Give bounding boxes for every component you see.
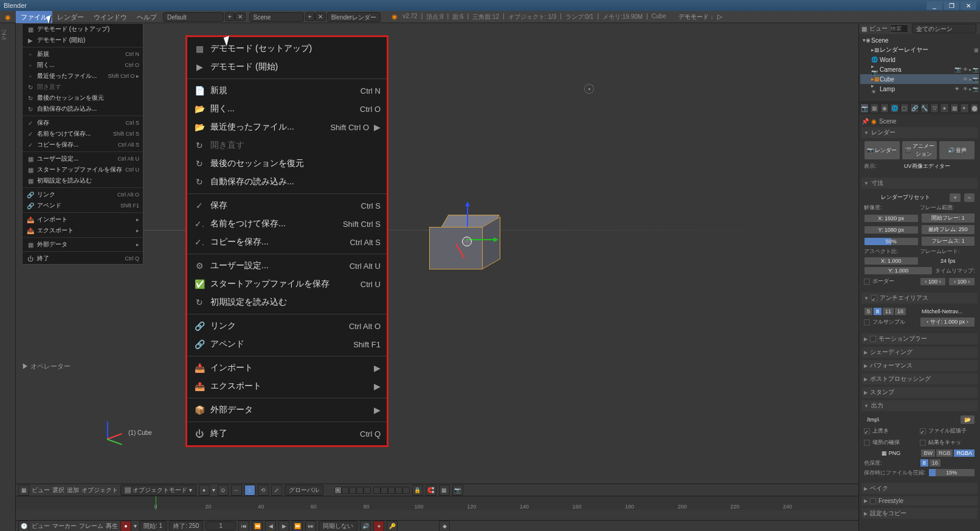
frame-start[interactable]: 開始フレー: 1 [921, 213, 976, 223]
tl-frame[interactable]: フレーム [79, 522, 103, 530]
editor-type-icon[interactable]: ▦ [18, 485, 29, 496]
manip-toggle-icon[interactable]: ↔ [231, 485, 242, 496]
keyframe-next-icon[interactable]: ⏩ [292, 521, 303, 532]
panel-antialias[interactable]: アンチエイリアス [861, 293, 978, 304]
shading-solid-icon[interactable]: ● [199, 485, 210, 496]
file-menu-item[interactable]: ▦スタートアップファイルを保存Ctrl U [22, 164, 143, 175]
file-format[interactable]: ▦ PNG [864, 449, 918, 457]
start-frame[interactable]: 開始: 1 [139, 521, 167, 532]
scene-del[interactable]: ✕ [315, 12, 326, 21]
aspect-y[interactable]: Y: 1.000 [864, 266, 933, 275]
file-menu-item[interactable]: ↻最後のセッションを復元 [22, 92, 143, 103]
overwrite-check[interactable] [864, 428, 870, 434]
remap-old[interactable]: ‹ 100 › [920, 277, 947, 286]
outliner-scene[interactable]: ▾◉Scene [860, 35, 979, 45]
timeline-header[interactable]: 🕐 ビュー マーカー フレーム 再生 ● ▾ 開始: 1 終了: 250 1 ⏮… [16, 520, 858, 531]
file-menu-item[interactable]: 🔗リンクCtrl Alt O [22, 189, 143, 200]
file-menu-item[interactable]: ✓名前をつけて保存...Shift Ctrl S [22, 128, 143, 139]
keyframe-prev-icon[interactable]: ⏪ [252, 521, 263, 532]
render-preview-icon[interactable]: 📷 [452, 485, 463, 496]
layout-selector[interactable]: Default [163, 12, 224, 22]
speaker-icon[interactable]: 🔊 [360, 521, 371, 532]
pin-icon[interactable]: 📌 [861, 118, 869, 125]
audio-button[interactable]: 🔊音声 [939, 141, 975, 160]
end-frame[interactable]: 終了: 250 [169, 521, 203, 532]
render-button[interactable]: 📷レンダー [864, 141, 900, 160]
fullsample-check[interactable] [864, 319, 870, 325]
orientation-selector[interactable]: グローバル [285, 485, 323, 496]
file-menu-item[interactable]: ▶デモモード (開始) [22, 35, 143, 46]
menu-window[interactable]: ウインドウ [89, 11, 132, 23]
color-mode[interactable]: BWRGBRGBA [920, 449, 975, 457]
aspect-x[interactable]: X: 1.000 [864, 257, 919, 265]
panel-motion-blur[interactable]: モーションブラー [861, 333, 978, 344]
tl-playback[interactable]: 再生 [106, 522, 118, 530]
tab-world[interactable]: 🌐 [890, 103, 899, 113]
panel-bake[interactable]: ベイク [861, 483, 978, 494]
jump-end-icon[interactable]: ⏭ [305, 521, 316, 532]
outliner[interactable]: ▦ ビュー 全てのシーン ▾◉Scene ▸▦レンダーレイヤー▦ 🌐World … [859, 23, 980, 102]
play-icon[interactable]: ▶ [278, 521, 289, 532]
marker-add-icon[interactable]: ◆ [439, 521, 450, 532]
keying-set-icon[interactable]: 🔑 [387, 521, 398, 532]
outliner-view[interactable]: ビュー [869, 24, 888, 33]
file-menu-item[interactable]: ↻開き直す [22, 82, 143, 92]
properties-editor[interactable]: 📷 ▦ ◉ 🌐 ▢ 🔗 🔧 ▽ ● ▦ ✦ ⬤ 📌◉Scene レンダー 📷レン… [859, 102, 980, 531]
tl-view[interactable]: ビュー [32, 522, 50, 530]
file-menu-item[interactable]: 📤エクスポート ▸ [22, 225, 143, 236]
file-menu-item[interactable]: ▦初期設定を読み込む [22, 175, 143, 186]
file-menu-item[interactable]: ▫最近使ったファイル...Shift Ctrl O ▸ [22, 71, 143, 82]
autokey2-icon[interactable]: ● [373, 521, 384, 532]
panel-output[interactable]: 出力 [861, 400, 978, 411]
file-menu-item[interactable]: ↻自動保存の読み込み... [22, 103, 143, 114]
blender-icon[interactable]: ◉ [0, 11, 16, 23]
output-path[interactable]: /tmp\ [864, 415, 958, 424]
tab-texture[interactable]: ▦ [950, 103, 959, 113]
file-menu-dropdown[interactable]: ▦デモモード (セットアップ)▶デモモード (開始)▫新規Ctrl N▫開く..… [22, 23, 143, 265]
res-y[interactable]: Y: 1080 px [864, 226, 919, 234]
frame-step[interactable]: フレームス: 1 [921, 236, 976, 246]
tab-object[interactable]: ▢ [900, 103, 909, 113]
render-preset[interactable]: レンダープリセット [864, 192, 947, 203]
tab-render[interactable]: 📷 [860, 103, 869, 113]
file-menu-item[interactable]: 📥インポート ▸ [22, 214, 143, 225]
file-menu-item[interactable]: ▦ユーザー設定...Ctrl Alt U [22, 153, 143, 164]
select-menu[interactable]: 選択 [52, 486, 64, 495]
file-menu-item[interactable]: 🔗アペンドShift F1 [22, 200, 143, 211]
layers[interactable]: • [334, 487, 410, 494]
minimize-button[interactable]: _ [927, 1, 942, 10]
res-x[interactable]: X: 1920 px [864, 214, 919, 223]
editor-type-icon[interactable]: 🕐 [18, 521, 29, 532]
menu-help[interactable]: ヘルプ [132, 11, 162, 23]
tab-physics[interactable]: ⬤ [970, 103, 979, 113]
menu-render[interactable]: レンダー [52, 11, 89, 23]
filter-size[interactable]: ‹ サイ: 1.000 px › [920, 317, 975, 327]
tab-data[interactable]: ▽ [930, 103, 939, 113]
outliner-search[interactable] [890, 24, 908, 33]
display-mode[interactable]: UV画像エディター [879, 161, 975, 172]
editor-type-icon[interactable]: ▦ [861, 26, 867, 32]
outliner-camera[interactable]: ▸📷Camera📷👁 ▸ 📷 [860, 64, 979, 74]
scale-icon[interactable]: ⤢ [271, 485, 282, 496]
lock-icon[interactable]: 🔒 [412, 485, 423, 496]
play-reverse-icon[interactable]: ◀ [265, 521, 276, 532]
jump-start-icon[interactable]: ⏮ [238, 521, 249, 532]
panel-dimensions[interactable]: 寸法 [861, 178, 978, 189]
file-menu-item[interactable]: ▦外部データ ▸ [22, 239, 143, 250]
scene-selector[interactable]: Scene [249, 12, 304, 22]
browse-icon[interactable]: 📂 [960, 415, 975, 425]
play-icon[interactable]: ▷ [717, 13, 722, 21]
snap-icon[interactable]: 🧲 [426, 485, 437, 496]
3dview-header[interactable]: ▦ ビュー 選択 追加 オブジェクト ▦ オブジェクトモード ▾ ● ▾ ⊙ ↔… [16, 484, 858, 496]
layout-add[interactable]: + [225, 12, 235, 21]
compression[interactable]: 15% [928, 468, 975, 477]
tab-layers[interactable]: ▦ [870, 103, 878, 113]
panel-shading[interactable]: シェーディング [861, 347, 978, 358]
panel-stamp[interactable]: スタンプ [861, 387, 978, 398]
properties-tabs[interactable]: 📷 ▦ ◉ 🌐 ▢ 🔗 🔧 ▽ ● ▦ ✦ ⬤ [859, 102, 980, 114]
scene-add[interactable]: + [305, 12, 315, 21]
operator-panel[interactable]: ▶ オペレーター [22, 362, 71, 371]
tab-modifiers[interactable]: 🔧 [920, 103, 929, 113]
menu-file[interactable]: ファイル [16, 11, 52, 23]
cache-check[interactable] [920, 440, 926, 446]
